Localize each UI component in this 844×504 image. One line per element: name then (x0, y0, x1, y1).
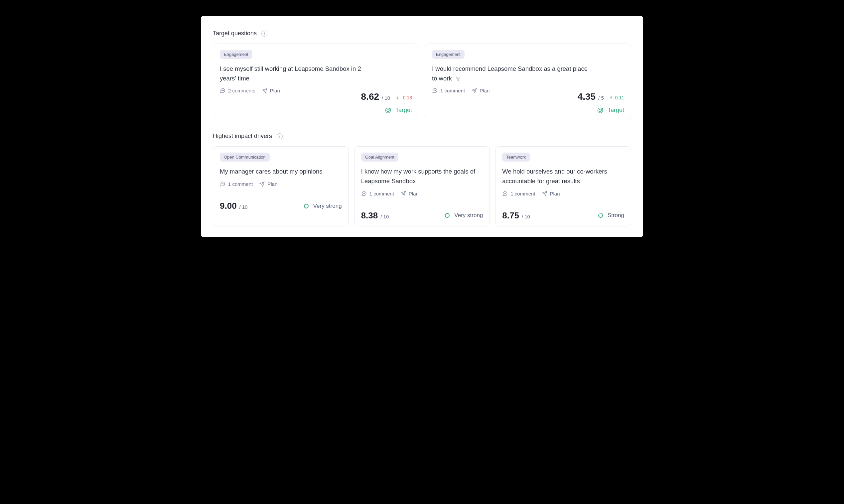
strength-badge: Strong (597, 212, 624, 219)
score-outof: / 10 (382, 95, 390, 101)
svg-point-6 (435, 90, 435, 91)
svg-point-14 (304, 204, 308, 208)
driver-card[interactable]: Open Communication My manager cares abou… (213, 146, 349, 226)
drivers-grid: Open Communication My manager cares abou… (213, 146, 631, 226)
strength-label: Very strong (313, 203, 342, 210)
arrow-up-icon (609, 96, 613, 100)
delta-badge: 0.11 (609, 95, 624, 101)
target-label: Target (395, 107, 412, 114)
score-value: 8.75 (502, 211, 519, 221)
score-outof: / 10 (380, 214, 389, 219)
strength-label: Strong (608, 212, 624, 219)
target-label: Target (608, 107, 624, 114)
section-title-text: Highest impact drivers (213, 133, 272, 140)
target-card[interactable]: Engagement I see myself still working at… (213, 43, 419, 119)
filter-icon[interactable] (455, 76, 461, 82)
plan-label: Plan (409, 191, 419, 197)
target-action[interactable]: Target (220, 107, 412, 114)
svg-point-15 (363, 193, 363, 194)
svg-point-12 (223, 184, 224, 184)
chip-label: Engagement (436, 52, 461, 57)
strength-badge: Very strong (303, 203, 342, 210)
comments-label: 1 comment (440, 88, 465, 93)
svg-point-2 (223, 90, 224, 91)
category-chip[interactable]: Goal Alignment (361, 152, 398, 162)
comments-label: 1 comment (228, 181, 253, 187)
strength-ring-icon (444, 213, 450, 218)
score-value: 8.62 (361, 91, 379, 102)
driver-bottom: 9.00 / 10 Very strong (220, 201, 342, 211)
delta-value: 0.11 (615, 95, 624, 101)
target-grid: Engagement I see myself still working at… (213, 43, 631, 119)
chip-label: Engagement (224, 52, 248, 57)
comment-icon (361, 191, 367, 197)
section-title-drivers: Highest impact drivers i (213, 133, 631, 140)
plan-label: Plan (267, 181, 277, 187)
plan-icon (259, 181, 265, 187)
chip-label: Open Communication (224, 155, 266, 160)
chip-label: Goal Alignment (365, 155, 394, 160)
svg-point-20 (504, 193, 504, 194)
plan-icon (542, 191, 547, 196)
plan-icon (471, 88, 477, 93)
meta-row: 1 comment Plan (502, 191, 624, 197)
question-text: I know how my work supports the goals of… (361, 167, 483, 186)
driver-bottom: 8.75 / 10 Strong (502, 211, 624, 221)
svg-point-21 (505, 193, 505, 194)
strength-ring-icon (303, 203, 309, 209)
score-value: 9.00 (220, 201, 237, 211)
comment-icon (220, 181, 226, 187)
target-icon (385, 107, 391, 114)
section-title-target: Target questions i (213, 30, 631, 37)
svg-point-0 (222, 90, 222, 91)
plan-label: Plan (270, 88, 280, 93)
svg-point-5 (434, 90, 434, 91)
delta-badge: -0.18 (395, 95, 412, 101)
category-chip[interactable]: Open Communication (220, 152, 270, 162)
comments-link[interactable]: 2 comments (220, 88, 255, 93)
plan-icon (401, 191, 406, 196)
comments-link[interactable]: 1 comment (432, 88, 465, 93)
comments-link[interactable]: 1 comment (220, 181, 253, 187)
comments-link[interactable]: 1 comment (502, 191, 535, 197)
driver-card[interactable]: Teamwork We hold ourselves and our co-wo… (495, 146, 631, 226)
target-action[interactable]: Target (432, 107, 624, 114)
svg-point-11 (222, 184, 223, 184)
question-text: My manager cares about my opinions (220, 167, 342, 177)
info-icon[interactable]: i (262, 31, 267, 37)
chip-label: Teamwork (506, 155, 526, 160)
target-icon (597, 107, 604, 114)
score-outof: / 10 (239, 204, 248, 210)
comments-label: 1 comment (370, 191, 394, 197)
plan-link[interactable]: Plan (262, 88, 280, 93)
score-value: 4.35 (578, 91, 596, 102)
plan-link[interactable]: Plan (401, 191, 419, 197)
svg-point-19 (445, 213, 449, 217)
category-chip[interactable]: Engagement (220, 50, 252, 59)
dashboard-panel: Target questions i Engagement I see myse… (201, 16, 643, 237)
meta-row: 1 comment Plan (220, 181, 342, 187)
question-text: We hold ourselves and our co-workers acc… (502, 167, 624, 186)
svg-point-22 (506, 193, 506, 194)
plan-label: Plan (550, 191, 560, 197)
plan-link[interactable]: Plan (259, 181, 277, 187)
score-value: 8.38 (361, 211, 378, 221)
plan-link[interactable]: Plan (542, 191, 560, 197)
score-outof: / 5 (598, 95, 604, 101)
comments-link[interactable]: 1 comment (361, 191, 394, 197)
target-card[interactable]: Engagement I would recommend Leapsome Sa… (425, 43, 631, 119)
delta-value: -0.18 (401, 95, 412, 101)
strength-ring-icon (597, 213, 604, 218)
category-chip[interactable]: Teamwork (502, 152, 530, 162)
strength-badge: Very strong (444, 212, 483, 219)
driver-score: 8.75 / 10 (502, 211, 530, 221)
svg-point-10 (222, 184, 222, 184)
driver-card[interactable]: Goal Alignment I know how my work suppor… (354, 146, 490, 226)
category-chip[interactable]: Engagement (432, 50, 465, 59)
comment-icon (432, 88, 438, 93)
score-outof: / 10 (522, 214, 530, 219)
info-icon[interactable]: i (277, 133, 283, 139)
plan-link[interactable]: Plan (471, 88, 489, 93)
driver-score: 9.00 / 10 (220, 201, 248, 211)
question-text: I see myself still working at Leapsome S… (220, 64, 376, 83)
